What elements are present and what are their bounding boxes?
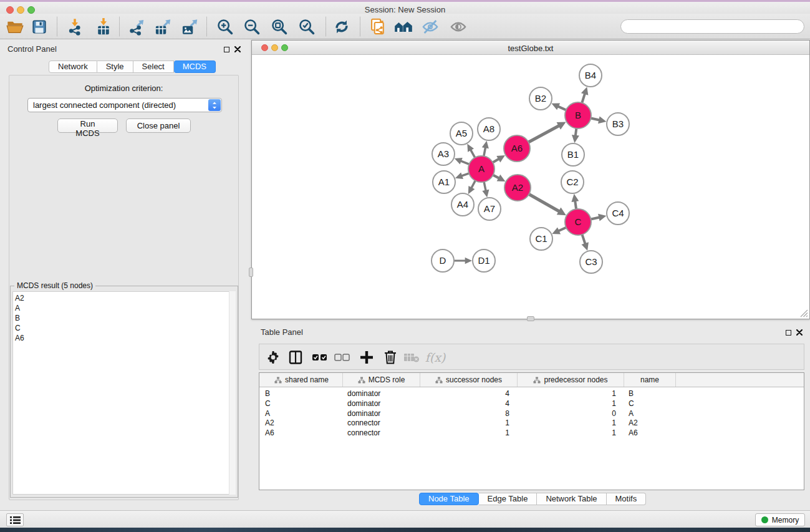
tab-mcds[interactable]: MCDS [174, 60, 216, 73]
mcds-result-item[interactable]: C [15, 323, 229, 333]
search-input[interactable] [620, 19, 804, 34]
tab-network-table[interactable]: Network Table [537, 493, 606, 505]
column-header-successor-nodes[interactable]: successor nodes [420, 373, 518, 387]
table-panel-close-button[interactable] [795, 328, 804, 337]
tab-node-table[interactable]: Node Table [419, 493, 479, 505]
show-all-button[interactable] [447, 16, 470, 37]
delete-column-button[interactable] [380, 347, 400, 367]
table-cell[interactable]: 4 [420, 399, 518, 409]
table-cell[interactable]: A2 [624, 418, 676, 428]
graph-node-C4[interactable]: C4 [607, 202, 629, 225]
table-cell[interactable]: A6 [624, 428, 676, 438]
table-cell[interactable]: 1 [518, 428, 624, 438]
graph-node-A8[interactable]: A8 [478, 118, 500, 140]
network-window-bottom-handle[interactable] [527, 316, 534, 321]
graph-node-A7[interactable]: A7 [478, 198, 501, 220]
zoom-selected-button[interactable] [296, 16, 318, 37]
mcds-result-item[interactable]: A [15, 303, 229, 313]
column-header-MCDS-role[interactable]: MCDS role [343, 373, 420, 387]
graph-node-B1[interactable]: B1 [562, 143, 584, 166]
hide-selected-button[interactable] [419, 16, 441, 37]
mcds-result-list[interactable]: A2ABCA6 [12, 291, 230, 495]
table-panel-float-button[interactable] [784, 328, 793, 337]
table-cell[interactable]: dominator [343, 409, 420, 418]
graph-node-B2[interactable]: B2 [529, 87, 552, 110]
table-cell[interactable]: dominator [343, 399, 420, 409]
graph-node-D[interactable]: D [432, 249, 454, 272]
table-cell[interactable]: A6 [261, 428, 343, 438]
graph-node-D1[interactable]: D1 [473, 249, 495, 272]
zoom-in-button[interactable] [214, 16, 236, 37]
mcds-result-item[interactable]: B [15, 313, 229, 323]
export-table-button[interactable] [152, 16, 174, 37]
table-cell[interactable]: connector [343, 428, 420, 438]
table-cell[interactable]: A2 [261, 418, 343, 428]
table-cell[interactable]: 1 [518, 399, 624, 409]
graph-node-B3[interactable]: B3 [607, 113, 629, 135]
first-neighbors-button[interactable] [392, 16, 415, 37]
resize-grip-icon[interactable] [799, 308, 808, 317]
table-cell[interactable]: 1 [420, 418, 518, 428]
graph-node-C[interactable]: C [565, 209, 591, 235]
function-builder-button[interactable]: f(x) [423, 347, 448, 367]
graph-node-A2[interactable]: A2 [504, 175, 531, 201]
table-cell[interactable]: dominator [343, 389, 420, 399]
memory-button[interactable]: Memory [755, 513, 805, 526]
refresh-button[interactable] [330, 16, 353, 37]
graph-node-A5[interactable]: A5 [450, 122, 473, 145]
mcds-result-scrollbar[interactable] [229, 291, 236, 495]
graph-node-A1[interactable]: A1 [433, 171, 455, 193]
graph-node-B4[interactable]: B4 [579, 64, 602, 87]
zoom-out-button[interactable] [241, 16, 263, 37]
tab-network[interactable]: Network [49, 60, 97, 73]
show-columns-button[interactable] [286, 347, 306, 367]
table-cell[interactable]: C [261, 399, 343, 409]
table-settings-button[interactable] [263, 347, 283, 367]
control-panel-float-button[interactable] [222, 45, 231, 54]
table-cell[interactable]: 0 [518, 409, 624, 418]
select-all-button[interactable] [310, 347, 330, 367]
criterion-dropdown[interactable]: largest connected component (directed) [27, 98, 222, 112]
table-cell[interactable]: C [624, 399, 676, 409]
add-column-button[interactable] [357, 347, 377, 367]
table-cell[interactable]: 1 [420, 428, 518, 438]
column-header-predecessor-nodes[interactable]: predecessor nodes [518, 373, 624, 387]
table-cell[interactable]: B [624, 389, 676, 399]
graph-node-A6[interactable]: A6 [504, 135, 530, 162]
table-cell[interactable]: 8 [420, 409, 518, 418]
column-header-name[interactable]: name [624, 373, 676, 387]
control-panel-close-button[interactable] [233, 45, 242, 54]
graph-node-C1[interactable]: C1 [530, 228, 552, 250]
import-table-button[interactable] [92, 16, 115, 37]
destroy-table-button[interactable] [402, 347, 422, 367]
table-row-A2[interactable]: A2connector11A2 [259, 418, 804, 428]
table-cell[interactable]: A [261, 409, 343, 418]
network-window-left-handle[interactable] [249, 268, 253, 277]
export-network-button[interactable] [125, 16, 147, 37]
tab-motifs[interactable]: Motifs [607, 493, 647, 505]
tab-style[interactable]: Style [97, 60, 133, 73]
mcds-result-item[interactable]: A6 [15, 333, 229, 343]
table-cell[interactable]: A [624, 409, 676, 418]
graph-node-B[interactable]: B [565, 102, 591, 128]
tab-select[interactable]: Select [133, 60, 174, 73]
table-cell[interactable]: 1 [518, 389, 624, 399]
graph-node-A[interactable]: A [468, 156, 494, 182]
run-mcds-button[interactable]: Run MCDS [57, 118, 118, 133]
table-row-A[interactable]: Adominator80A [259, 409, 804, 418]
graph-node-A3[interactable]: A3 [432, 143, 455, 165]
table-cell[interactable]: B [261, 389, 343, 399]
network-canvas[interactable]: AA1A2A3A4A5A6A7A8BB1B2B3B4CC1C2C3C4DD1 [252, 55, 809, 319]
deselect-all-button[interactable] [332, 347, 352, 367]
table-row-A6[interactable]: A6connector11A6 [259, 428, 804, 438]
copy-network-button[interactable] [367, 16, 389, 37]
table-cell[interactable]: 4 [420, 389, 518, 399]
mcds-result-item[interactable]: A2 [15, 293, 229, 303]
tab-edge-table[interactable]: Edge Table [479, 493, 538, 505]
graph-node-C2[interactable]: C2 [561, 171, 584, 193]
zoom-fit-button[interactable] [268, 16, 291, 37]
graph-node-A4[interactable]: A4 [451, 193, 474, 216]
table-cell[interactable]: connector [343, 418, 420, 428]
graph-node-C3[interactable]: C3 [580, 251, 602, 273]
import-network-button[interactable] [64, 16, 86, 37]
